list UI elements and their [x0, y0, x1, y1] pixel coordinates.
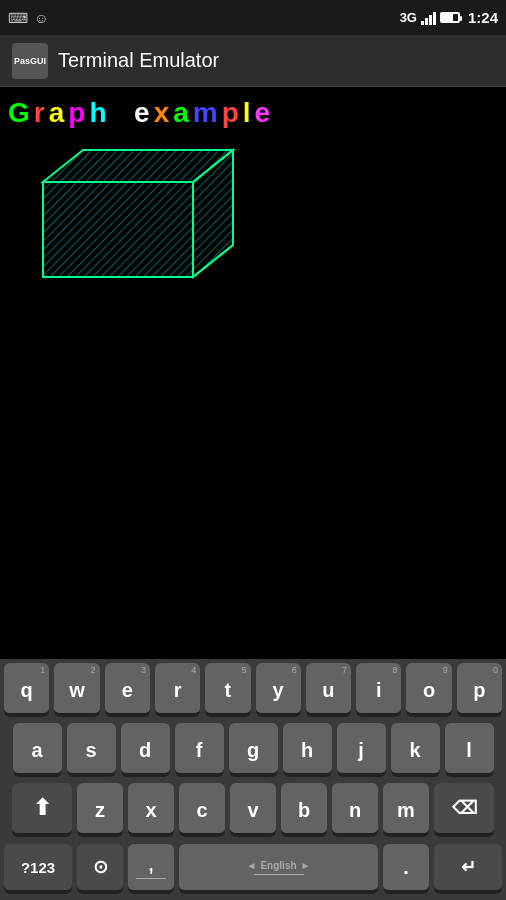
3d-box: [23, 142, 498, 306]
backspace-key[interactable]: ⌫: [434, 783, 494, 835]
num-key[interactable]: ?123: [4, 844, 72, 892]
key-z[interactable]: z: [77, 783, 123, 835]
key-t[interactable]: 5t: [205, 663, 250, 715]
key-m[interactable]: m: [383, 783, 429, 835]
globe-key[interactable]: ⊙: [77, 844, 123, 892]
keyboard-row-1: 1q 2w 3e 4r 5t 6y 7u 8i 9o 0p: [0, 659, 506, 719]
battery-icon: [440, 12, 460, 23]
status-bar: ⌨ ☺ 3G 1:24: [0, 0, 506, 35]
keyboard-row-3: ⬆ z x c v b n m ⌫: [0, 779, 506, 839]
space-lang-arrows: ◄ English ►: [247, 860, 311, 871]
comma-key[interactable]: ,: [128, 844, 174, 892]
status-left: ⌨ ☺: [8, 10, 48, 26]
language-label: English: [260, 860, 296, 871]
key-v[interactable]: v: [230, 783, 276, 835]
network-label: 3G: [400, 10, 417, 25]
keyboard-icon: ⌨: [8, 10, 28, 26]
key-x[interactable]: x: [128, 783, 174, 835]
shift-key[interactable]: ⬆: [12, 783, 72, 835]
key-g[interactable]: g: [229, 723, 278, 775]
key-d[interactable]: d: [121, 723, 170, 775]
key-p[interactable]: 0p: [457, 663, 502, 715]
key-q[interactable]: 1q: [4, 663, 49, 715]
time-display: 1:24: [468, 9, 498, 26]
key-c[interactable]: c: [179, 783, 225, 835]
keyboard-row-2: a s d f g h j k l: [0, 719, 506, 779]
svg-rect-1: [43, 182, 193, 277]
key-l[interactable]: l: [445, 723, 494, 775]
space-key[interactable]: ◄ English ►: [179, 844, 378, 892]
keyboard: 1q 2w 3e 4r 5t 6y 7u 8i 9o 0p a s d f g …: [0, 659, 506, 900]
key-w[interactable]: 2w: [54, 663, 99, 715]
title-bar: PasGUI Terminal Emulator: [0, 35, 506, 87]
key-r[interactable]: 4r: [155, 663, 200, 715]
key-n[interactable]: n: [332, 783, 378, 835]
signal-icon: [421, 11, 436, 25]
key-u[interactable]: 7u: [306, 663, 351, 715]
app-title: Terminal Emulator: [58, 49, 219, 72]
key-s[interactable]: s: [67, 723, 116, 775]
key-h[interactable]: h: [283, 723, 332, 775]
key-i[interactable]: 8i: [356, 663, 401, 715]
keyboard-row-4: ?123 ⊙ , ◄ English ► . ↵: [0, 839, 506, 900]
enter-key[interactable]: ↵: [434, 844, 502, 892]
key-y[interactable]: 6y: [256, 663, 301, 715]
key-b[interactable]: b: [281, 783, 327, 835]
period-key[interactable]: .: [383, 844, 429, 892]
app-icon: PasGUI: [12, 43, 48, 79]
key-k[interactable]: k: [391, 723, 440, 775]
key-j[interactable]: j: [337, 723, 386, 775]
key-a[interactable]: a: [13, 723, 62, 775]
status-right: 3G 1:24: [400, 9, 498, 26]
key-f[interactable]: f: [175, 723, 224, 775]
terminal-display: Graph example: [0, 87, 506, 597]
android-icon: ☺: [34, 10, 48, 26]
graph-title: Graph example: [8, 93, 498, 132]
key-e[interactable]: 3e: [105, 663, 150, 715]
key-o[interactable]: 9o: [406, 663, 451, 715]
